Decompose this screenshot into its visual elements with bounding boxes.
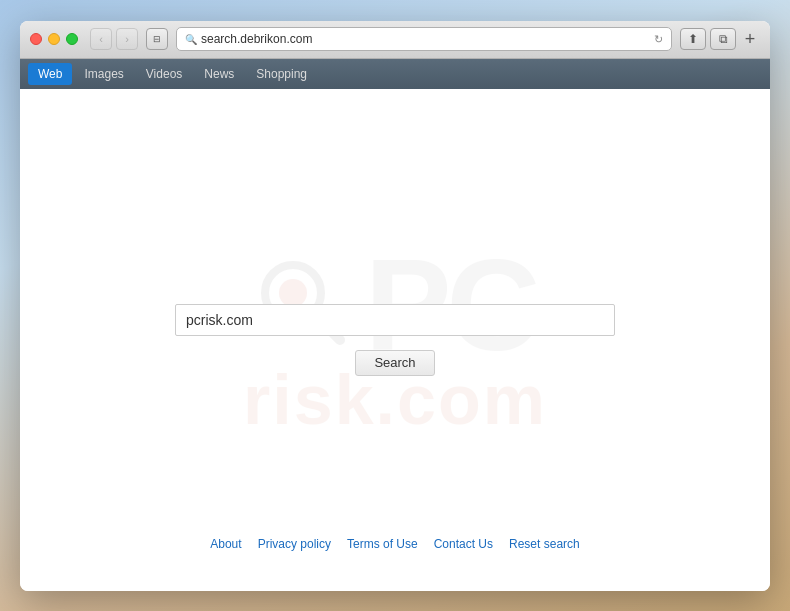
- page-content: PC risk.com Search About Privacy policy …: [20, 89, 770, 591]
- footer-link-contact[interactable]: Contact Us: [434, 537, 493, 551]
- svg-point-1: [279, 279, 307, 307]
- footer-link-reset[interactable]: Reset search: [509, 537, 580, 551]
- add-icon: +: [745, 29, 756, 50]
- share-icon: ⬆: [688, 32, 698, 46]
- maximize-button[interactable]: [66, 33, 78, 45]
- reader-button[interactable]: ⊟: [146, 28, 168, 50]
- traffic-lights: [30, 33, 78, 45]
- tab-videos[interactable]: Videos: [136, 63, 192, 85]
- search-icon: 🔍: [185, 34, 197, 45]
- footer-links: About Privacy policy Terms of Use Contac…: [210, 537, 579, 551]
- title-bar: ‹ › ⊟ 🔍 search.debrikon.com ↻ ⬆ ⧉ +: [20, 21, 770, 59]
- search-button[interactable]: Search: [355, 350, 435, 376]
- footer-link-terms[interactable]: Terms of Use: [347, 537, 418, 551]
- tab-web[interactable]: Web: [28, 63, 72, 85]
- forward-button[interactable]: ›: [116, 28, 138, 50]
- footer-link-about[interactable]: About: [210, 537, 241, 551]
- tab-news[interactable]: News: [194, 63, 244, 85]
- share-button[interactable]: ⬆: [680, 28, 706, 50]
- tab-shopping[interactable]: Shopping: [246, 63, 317, 85]
- address-bar[interactable]: 🔍 search.debrikon.com ↻: [176, 27, 672, 51]
- toolbar-right: ⬆ ⧉ +: [680, 28, 760, 50]
- footer-link-privacy[interactable]: Privacy policy: [258, 537, 331, 551]
- reader-icon: ⊟: [153, 34, 161, 44]
- close-button[interactable]: [30, 33, 42, 45]
- address-text: search.debrikon.com: [201, 32, 650, 46]
- browser-window: ‹ › ⊟ 🔍 search.debrikon.com ↻ ⬆ ⧉ +: [20, 21, 770, 591]
- back-icon: ‹: [99, 33, 103, 45]
- new-tab-button[interactable]: +: [740, 29, 760, 49]
- tabs-button[interactable]: ⧉: [710, 28, 736, 50]
- forward-icon: ›: [125, 33, 129, 45]
- tab-images[interactable]: Images: [74, 63, 133, 85]
- search-area: Search: [175, 304, 615, 376]
- nav-tabs-bar: Web Images Videos News Shopping: [20, 59, 770, 89]
- search-input[interactable]: [175, 304, 615, 336]
- nav-buttons: ‹ ›: [90, 28, 138, 50]
- refresh-icon[interactable]: ↻: [654, 33, 663, 46]
- minimize-button[interactable]: [48, 33, 60, 45]
- back-button[interactable]: ‹: [90, 28, 112, 50]
- tabs-icon: ⧉: [719, 32, 728, 46]
